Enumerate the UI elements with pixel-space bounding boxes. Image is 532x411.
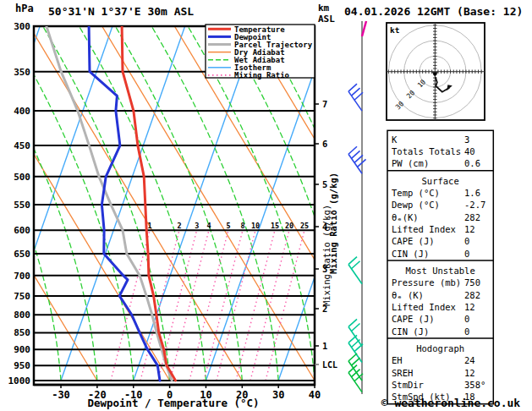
barb-feather: [348, 335, 357, 342]
table-row-value: 0.6: [464, 158, 480, 168]
barb-feather: [348, 84, 357, 91]
pressure-tick-label: 1000: [8, 375, 31, 386]
pressure-tick-label: 800: [14, 310, 30, 321]
temperature-curve: [122, 26, 175, 381]
km-tick-label: 7: [322, 99, 327, 109]
plot-border: [34, 26, 315, 385]
legend-label-mixing_ratio: Mixing Ratio: [234, 71, 289, 79]
table-row-label: CAPE (J): [392, 236, 435, 246]
barb-feather: [352, 88, 360, 96]
mixing-ratio-line: [266, 230, 304, 381]
table-row-value: 358°: [464, 380, 485, 390]
skewt-sounding-page: hPa 50°31'N 1°37'E 30m ASL km ASL 04.01.…: [0, 0, 532, 411]
table-row-label: θₑ (K): [392, 290, 424, 300]
hodograph: 102030: [387, 23, 485, 120]
table-row-label: SREH: [392, 368, 413, 378]
mixing-ratio-value-label: 20: [285, 222, 293, 230]
table-row-label: StmDir: [392, 380, 424, 390]
table-row-label: Lifted Index: [392, 224, 456, 234]
pressure-tick-label: 750: [14, 291, 30, 302]
pressure-tick-label: 450: [14, 140, 30, 151]
mixing-ratio-value-label: 15: [271, 222, 279, 230]
wet-adiabat-line: [0, 26, 61, 381]
table-row-label: Lifted Index: [392, 302, 456, 312]
isotherm-line: [61, 26, 185, 381]
barb-feather: [348, 353, 357, 361]
skewt-chart: hPa 50°31'N 1°37'E 30m ASL km ASL 04.01.…: [0, 0, 532, 411]
isobar-lines: [34, 26, 315, 385]
legend: TemperatureDewpointParcel TrajectoryDry …: [206, 25, 315, 79]
table-row-value: 12: [464, 368, 475, 378]
pressure-unit-label: hPa: [15, 3, 34, 14]
stats-table: K3Totals Totals40PW (cm)0.6SurfaceTemp (…: [387, 130, 493, 403]
table-row-label: CIN (J): [392, 249, 429, 259]
table-row-value: 0: [464, 326, 469, 337]
table-row-label: Pressure (mb): [392, 277, 461, 288]
pressure-tick-label: 550: [14, 200, 30, 211]
temp-tick-label: 30: [272, 389, 284, 401]
wind-barb: [348, 146, 366, 173]
barb-feather: [352, 261, 360, 269]
table-section-header: Hodograph: [416, 343, 464, 353]
table-row-value: 282: [464, 212, 480, 222]
mixing-ratio-value-label: 8: [240, 222, 244, 230]
barb-feather: [348, 319, 357, 326]
pressure-tick-label: 300: [14, 21, 30, 32]
table-row-label: Totals Totals: [392, 146, 461, 156]
pressure-tick-label: 650: [14, 249, 30, 260]
table-row-label: CAPE (J): [392, 314, 435, 324]
table-row-label: CIN (J): [392, 326, 429, 337]
barb-feather: [348, 146, 357, 154]
table-section-header: Most Unstable: [406, 266, 475, 276]
wind-barb-column: [348, 21, 366, 394]
x-axis-label: Dewpoint / Temperature (°C): [87, 397, 259, 409]
barb-feather: [352, 358, 360, 365]
table-row-value: -2.7: [464, 200, 485, 210]
wind-barb: [348, 319, 362, 346]
mixing-ratio-value-label: 10: [251, 222, 260, 230]
km-tick-label: 5: [322, 179, 327, 189]
altitude-unit-asl: ASL: [318, 14, 335, 25]
barb-feather: [348, 257, 357, 265]
table-row-value: 40: [464, 146, 475, 156]
pressure-axis-labels: 3003504004505005506006507007508008509009…: [8, 21, 31, 386]
barb-stem: [348, 265, 362, 284]
temp-tick-label: 40: [309, 389, 321, 401]
wind-barb: [348, 257, 362, 284]
table-section-header: Surface: [422, 176, 459, 186]
pressure-tick-label: 600: [14, 225, 30, 236]
mixing-ratio-value-label: 5: [226, 222, 230, 230]
pressure-tick-label: 700: [14, 271, 30, 282]
hodograph-unit-label: kt: [390, 25, 399, 35]
credit-footer: © weatheronline.co.uk: [381, 397, 521, 409]
temp-tick-label: -30: [52, 389, 70, 401]
mixing-ratio-line: [204, 230, 243, 381]
table-row-value: 12: [464, 224, 475, 234]
table-row-label: PW (cm): [392, 158, 429, 168]
mixing-ratio-line: [170, 230, 209, 381]
table-row-label: EH: [392, 355, 403, 365]
barb-feather: [352, 324, 360, 332]
dry-adiabat-line: [30, 26, 242, 381]
mixing-ratio-value-label: 1: [147, 222, 151, 230]
station-title: 50°31'N 1°37'E 30m ASL: [48, 5, 194, 18]
table-row-label: Temp (°C): [392, 188, 440, 198]
km-tick-label: 1: [322, 341, 327, 351]
pressure-tick-label: 400: [14, 106, 30, 117]
altitude-unit-km: km: [318, 3, 330, 14]
mixing-ratio-value-label: 3: [195, 222, 199, 230]
table-row-value: 12: [464, 302, 475, 312]
table-row-value: 0: [464, 314, 469, 324]
run-title: 04.01.2026 12GMT (Base: 12): [344, 5, 523, 18]
pressure-tick-label: 950: [14, 360, 30, 371]
pressure-tick-label: 500: [14, 172, 30, 183]
wind-barb: [348, 84, 363, 111]
pressure-tick-label: 900: [14, 344, 30, 355]
pressure-tick-label: 350: [14, 67, 30, 78]
mixing-ratio-value-label: 2: [177, 222, 181, 230]
table-row-value: 750: [464, 277, 480, 288]
isotherm-line: [278, 26, 403, 381]
table-row-label: Dewp (°C): [392, 200, 440, 210]
table-row-value: 0: [464, 236, 469, 246]
table-row-value: 1.6: [464, 188, 480, 198]
